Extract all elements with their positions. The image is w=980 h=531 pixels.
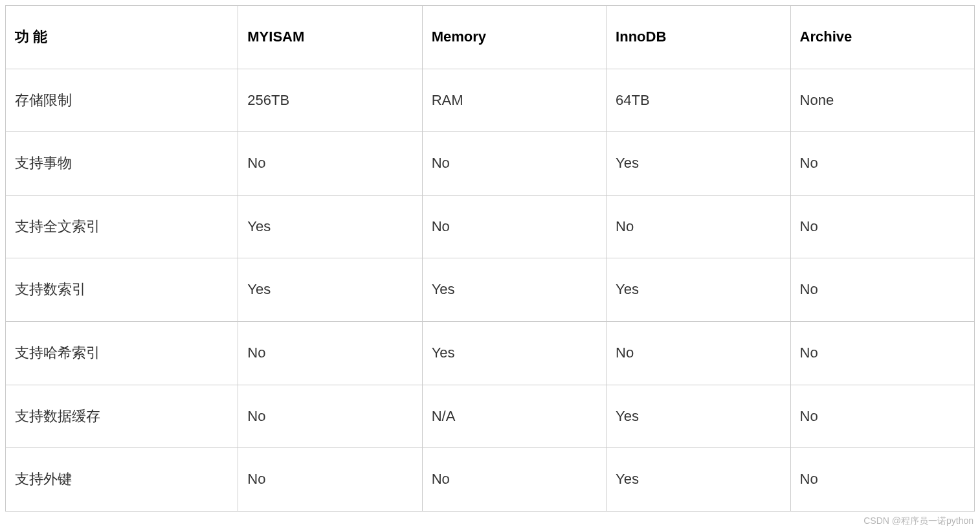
header-feature: 功 能 (6, 6, 238, 69)
cell-memory: RAM (422, 69, 606, 132)
cell-innodb: Yes (607, 132, 790, 196)
cell-archive: None (790, 69, 974, 132)
cell-innodb: 64TB (607, 69, 790, 132)
cell-feature: 存储限制 (6, 69, 238, 132)
header-memory: Memory (422, 6, 606, 69)
cell-innodb: Yes (607, 448, 790, 512)
table-header-row: 功 能 MYISAM Memory InnoDB Archive (6, 6, 975, 69)
cell-innodb: No (607, 195, 790, 258)
cell-memory: N/A (422, 385, 606, 448)
cell-myisam: No (238, 448, 422, 512)
table-row: 支持全文索引 Yes No No No (6, 195, 975, 258)
table-row: 支持数索引 Yes Yes Yes No (6, 258, 975, 322)
cell-memory: Yes (422, 258, 606, 322)
cell-myisam: No (238, 385, 422, 448)
cell-innodb: No (607, 321, 790, 385)
cell-memory: No (422, 448, 606, 512)
cell-feature: 支持全文索引 (6, 195, 238, 258)
cell-feature: 支持事物 (6, 132, 238, 196)
cell-archive: No (790, 195, 974, 258)
cell-innodb: Yes (607, 385, 790, 448)
table-row: 存储限制 256TB RAM 64TB None (6, 69, 975, 132)
header-myisam: MYISAM (238, 6, 422, 69)
cell-archive: No (790, 385, 974, 448)
cell-feature: 支持哈希索引 (6, 321, 238, 385)
cell-feature: 支持数据缓存 (6, 385, 238, 448)
cell-memory: Yes (422, 321, 606, 385)
cell-archive: No (790, 448, 974, 512)
cell-feature: 支持数索引 (6, 258, 238, 322)
table-row: 支持数据缓存 No N/A Yes No (6, 385, 975, 448)
cell-myisam: No (238, 321, 422, 385)
header-innodb: InnoDB (607, 6, 790, 69)
cell-memory: No (422, 132, 606, 196)
cell-memory: No (422, 195, 606, 258)
cell-myisam: No (238, 132, 422, 196)
cell-archive: No (790, 132, 974, 196)
cell-myisam: 256TB (238, 69, 422, 132)
watermark-text: CSDN @程序员一诺python (863, 515, 974, 517)
cell-archive: No (790, 321, 974, 385)
cell-myisam: Yes (238, 258, 422, 322)
cell-innodb: Yes (607, 258, 790, 322)
header-archive: Archive (790, 6, 974, 69)
table-row: 支持哈希索引 No Yes No No (6, 321, 975, 385)
cell-archive: No (790, 258, 974, 322)
table-row: 支持事物 No No Yes No (6, 132, 975, 196)
cell-myisam: Yes (238, 195, 422, 258)
cell-feature: 支持外键 (6, 448, 238, 512)
storage-engine-comparison-table: 功 能 MYISAM Memory InnoDB Archive 存储限制 25… (5, 5, 975, 512)
table-row: 支持外键 No No Yes No (6, 448, 975, 512)
